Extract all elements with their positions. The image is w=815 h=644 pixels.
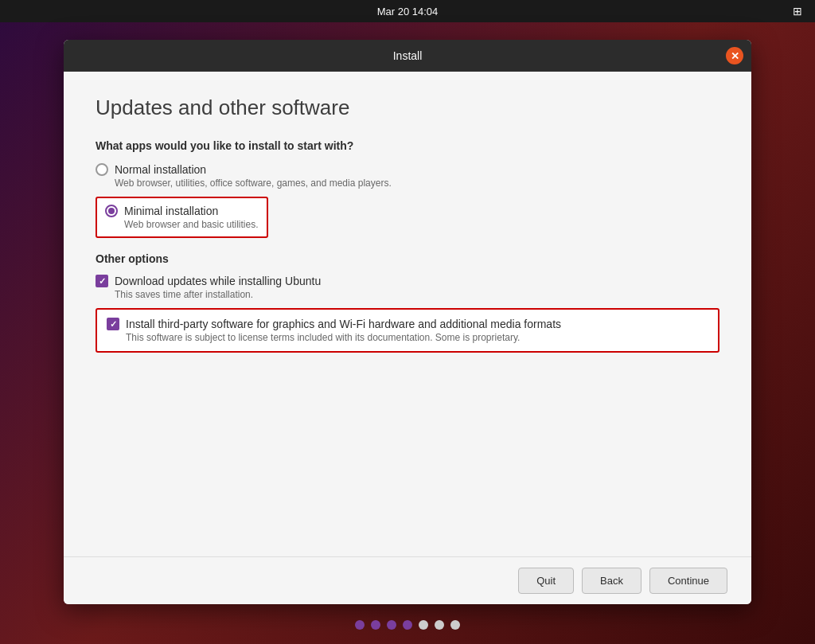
continue-button[interactable]: Continue xyxy=(649,568,727,594)
minimal-radio-button[interactable] xyxy=(105,205,118,217)
normal-radio-button[interactable] xyxy=(96,163,108,176)
normal-installation-option[interactable]: Normal installation Web browser, utiliti… xyxy=(96,163,719,189)
third-party-highlighted: ✓ Install third-party software for graph… xyxy=(96,308,719,353)
minimal-installation-option[interactable]: Minimal installation Web browser and bas… xyxy=(105,205,259,230)
bottom-bar: Quit Back Continue xyxy=(64,556,751,604)
other-options-label: Other options xyxy=(96,252,719,265)
network-icon: ⊞ xyxy=(793,5,802,18)
install-window: Install ✕ Updates and other software Wha… xyxy=(64,40,751,604)
top-bar: Mar 20 14:04 ⊞ xyxy=(0,0,815,22)
content-area: Updates and other software What apps wou… xyxy=(64,72,751,556)
install-question: What apps would you like to install to s… xyxy=(96,139,719,152)
back-button[interactable]: Back xyxy=(582,568,641,594)
page-title: Updates and other software xyxy=(96,96,719,120)
progress-dot-7 xyxy=(450,620,460,630)
download-updates-option[interactable]: ✓ Download updates while installing Ubun… xyxy=(96,275,719,300)
download-updates-checkbox[interactable]: ✓ xyxy=(96,275,108,287)
third-party-label[interactable]: ✓ Install third-party software for graph… xyxy=(107,318,708,330)
title-bar: Install ✕ xyxy=(64,40,751,72)
third-party-description: This software is subject to license term… xyxy=(126,332,708,343)
quit-button[interactable]: Quit xyxy=(518,568,574,594)
progress-dots xyxy=(0,620,815,630)
minimal-installation-label[interactable]: Minimal installation xyxy=(105,205,259,217)
download-updates-description: This saves time after installation. xyxy=(115,289,719,300)
normal-installation-text: Normal installation xyxy=(115,163,206,176)
third-party-checkbox[interactable]: ✓ xyxy=(107,318,119,330)
download-updates-label[interactable]: ✓ Download updates while installing Ubun… xyxy=(96,275,719,287)
progress-dot-4 xyxy=(403,620,412,630)
progress-dot-3 xyxy=(387,620,396,630)
minimal-installation-highlighted: Minimal installation Web browser and bas… xyxy=(96,197,268,238)
close-button[interactable]: ✕ xyxy=(726,47,743,64)
third-party-option[interactable]: ✓ Install third-party software for graph… xyxy=(107,318,708,343)
progress-dot-2 xyxy=(371,620,380,630)
window-title: Install xyxy=(393,49,423,62)
top-bar-time: Mar 20 14:04 xyxy=(377,6,439,18)
download-updates-text: Download updates while installing Ubuntu xyxy=(115,275,321,287)
normal-installation-description: Web browser, utilities, office software,… xyxy=(115,178,719,189)
minimal-installation-description: Web browser and basic utilities. xyxy=(124,219,259,230)
progress-dot-6 xyxy=(435,620,444,630)
third-party-text: Install third-party software for graphic… xyxy=(126,318,561,330)
minimal-installation-text: Minimal installation xyxy=(124,205,218,217)
progress-dot-5 xyxy=(419,620,428,630)
progress-dot-1 xyxy=(355,620,365,630)
normal-installation-label[interactable]: Normal installation xyxy=(96,163,719,176)
